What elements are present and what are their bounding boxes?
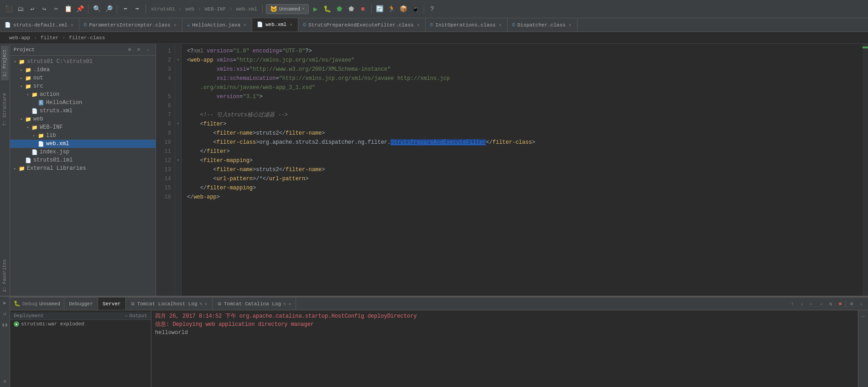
toolbar-icon-paste[interactable]: 📌 [75,4,85,14]
arrow-left-btn[interactable]: ← [807,300,816,308]
tree-item-7[interactable]: ▾📁web [10,115,156,123]
catalina-close-icon[interactable]: ✕ [288,301,291,307]
toolbar-icon-7[interactable]: 🏃 [387,4,397,14]
minimize-bottom-btn[interactable]: – [857,300,865,308]
file-tab-2[interactable]: ☕HelloAction.java✕ [182,18,252,31]
tree-item-6[interactable]: 📄struts.xml [10,107,156,115]
run-config-selector[interactable]: 🐱 Unnamed ▾ [266,4,309,14]
tab-localhost-log[interactable]: 🖥 Tomcat Localhost Log ✎ ✕ [126,298,213,310]
tab-close-1[interactable]: ✕ [173,22,177,28]
tab-close-6[interactable]: ✕ [568,22,572,28]
fold-2[interactable]: ▼ [175,56,181,65]
arrow-down-btn[interactable]: ↓ [798,300,806,308]
tree-item-8[interactable]: ▾📁WEB-INF [10,123,156,131]
tab-close-4[interactable]: ✕ [416,22,421,28]
breadcrumb-webinf[interactable]: WEB-INF [203,6,228,12]
tab-close-0[interactable]: ✕ [70,22,74,28]
deployment-item-1[interactable]: ● struts01:war exploded [10,320,151,328]
breadcrumb-item-0[interactable]: web-app [5,34,34,42]
arrow-up-btn[interactable]: ↑ [788,300,796,308]
fold-1 [175,47,181,56]
tree-item-12[interactable]: 📄struts01.iml [10,156,156,164]
breadcrumb-file[interactable]: web.xml [234,6,259,12]
fold-7 [175,110,181,120]
toolbar-icon-back[interactable]: ⬅ [120,4,130,14]
file-tab-1[interactable]: ©ParametersInterceptor.class✕ [79,18,182,31]
tree-item-3[interactable]: ▾📁src [10,82,156,90]
run-button[interactable]: ▶ [311,4,321,14]
stop-bottom-btn[interactable]: ■ [836,300,844,308]
tab-label-5: InitOperations.class [436,22,496,28]
breadcrumb-item-1[interactable]: filter [37,34,62,42]
tab-close-2[interactable]: ✕ [243,22,247,28]
toolbar-icon-8[interactable]: 📦 [399,4,409,14]
sep1 [88,5,88,14]
arrow-right-btn[interactable]: → [817,300,825,308]
file-tab-6[interactable]: ©Dispatcher.class✕ [508,18,577,31]
toolbar-icon-4[interactable]: ↪ [39,4,49,14]
stop-button[interactable]: ■ [358,4,368,14]
tree-item-4[interactable]: ▾📁action [10,90,156,99]
file-tab-5[interactable]: ©InitOperations.class✕ [426,18,508,31]
toolbar-icon-1[interactable]: ⬛ [4,4,14,14]
file-tab-0[interactable]: 📄struts-default.xml✕ [0,18,79,31]
panel-settings-icon[interactable]: ⚙ [125,46,134,54]
fold-12[interactable]: ▼ [175,156,181,165]
bottom-icon-4[interactable]: ⚙ [1,377,9,385]
toolbar-icon-3[interactable]: ↩ [27,4,37,14]
struts-filter-link[interactable]: StrutsPrepareAndExecuteFilter [390,139,486,146]
toolbar-icon-2[interactable]: 🗂 [16,4,26,14]
breadcrumb-module[interactable]: web [183,6,196,12]
tab-debugger[interactable]: Debugger [64,298,98,310]
ln-9: 9 [156,129,175,138]
tree-file-icon-11: 📄 [31,148,38,156]
file-tab-3[interactable]: 📄web.xml✕ [252,18,298,31]
favorites-tab[interactable]: 2: Favorites [1,256,9,296]
tree-item-0[interactable]: ▾📁struts01 C:\struts01 [10,58,156,66]
toolbar-icon-find[interactable]: 🔍 [92,4,102,14]
tree-item-1[interactable]: ▸📁.idea [10,66,156,74]
line-numbers: 1 2 3 4 5 6 7 8 9 10 11 12 13 14 15 16 [156,44,175,296]
tree-item-5[interactable]: CHelloAction [10,99,156,107]
toolbar-icon-6[interactable]: 🔄 [375,4,385,14]
toolbar-icon-5[interactable]: ⬟ [346,4,356,14]
bottom-icon-1[interactable]: ▶ [1,298,9,307]
bottom-icon-2[interactable]: ↺ [1,309,9,318]
tree-item-13[interactable]: ▸📁External Libraries [10,164,156,173]
code-content[interactable]: <?xml version="1.0" encoding="UTF-8"?> <… [182,44,863,296]
toolbar-icon-find2[interactable]: 🔎 [104,4,114,14]
code-editor[interactable]: 1 2 3 4 5 6 7 8 9 10 11 12 13 14 15 16 [156,44,868,296]
file-tab-4[interactable]: ©StrutsPrepareAndExecuteFilter.class✕ [298,18,426,31]
settings-bottom-btn[interactable]: ⚙ [847,300,856,308]
output-collapse-btn[interactable]: → [859,312,868,320]
breadcrumb-project[interactable]: struts01 [149,6,177,12]
up-open: < [213,176,217,182]
tab-label-6: Dispatcher.class [517,22,566,28]
toolbar-icon-9[interactable]: 📱 [411,4,421,14]
tree-item-11[interactable]: 📄index.jsp [10,148,156,156]
tab-close-5[interactable]: ✕ [498,22,503,28]
run-coverage-button[interactable]: ⬟ [334,4,344,14]
panel-close-icon[interactable]: – [144,46,152,54]
tree-item-2[interactable]: ▸📁out [10,74,156,82]
toolbar-icon-cut[interactable]: ✂ [51,4,61,14]
bottom-icon-3[interactable]: ▮▮ [1,320,9,329]
tab-server[interactable]: Server [98,298,126,310]
xml-decl-end: ?> [305,48,312,54]
project-tab[interactable]: 1: Project [1,46,9,80]
toolbar-icon-fwd[interactable]: ➡ [132,4,142,14]
fold-8[interactable]: ▼ [175,120,181,129]
tree-item-9[interactable]: ▸📁lib [10,131,156,140]
tree-item-10[interactable]: 📄web.xml [10,140,156,148]
toolbar-icon-copy[interactable]: 📋 [63,4,73,14]
help-button[interactable]: ? [427,4,437,14]
panel-expand-icon[interactable]: ≡ [135,46,143,54]
localhost-close-icon[interactable]: ✕ [205,301,208,307]
tab-catalina-log[interactable]: 🖥 Tomcat Catalina Log ✎ ✕ [213,298,296,310]
structure-tab[interactable]: 7: Structure [1,89,9,130]
tab-close-3[interactable]: ✕ [289,22,293,27]
breadcrumb-item-2[interactable]: filter-class [65,34,109,42]
debug-button[interactable]: 🐛 [322,4,333,14]
tree-file-icon-9: 📁 [37,132,45,139]
arrows-vert-btn[interactable]: ⇅ [826,300,835,308]
